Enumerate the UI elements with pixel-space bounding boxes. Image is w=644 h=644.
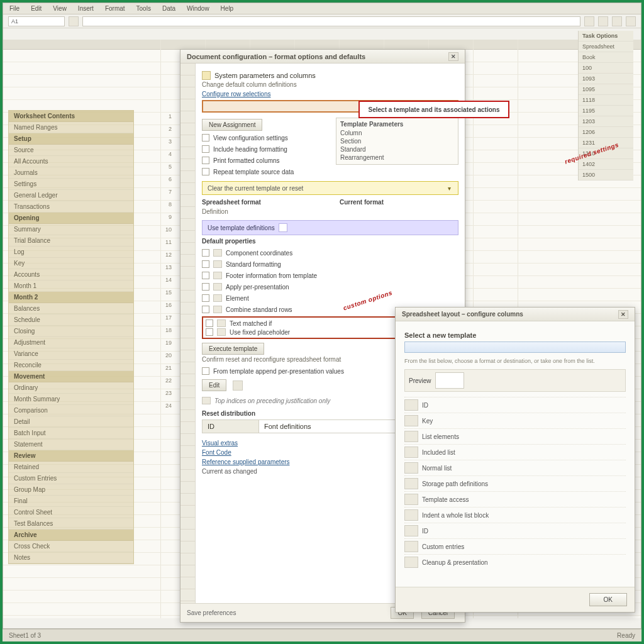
checkbox[interactable] [202, 294, 209, 302]
execute-button[interactable]: Execute template [202, 343, 264, 355]
dialog-nav-strip[interactable] [180, 64, 196, 603]
right-panel-item[interactable]: 1203 [579, 116, 633, 127]
left-panel-item[interactable]: Opening [9, 213, 133, 224]
left-panel-item[interactable]: Cross Check [9, 541, 133, 552]
left-panel-item[interactable]: General Ledger [9, 190, 133, 201]
left-panel-item[interactable]: Batch Input [9, 428, 133, 439]
left-panel-item[interactable]: Final [9, 496, 133, 507]
left-panel-item[interactable]: Setup [9, 133, 133, 145]
right-panel-item[interactable]: 1095 [579, 84, 633, 95]
checkbox[interactable] [202, 272, 209, 279]
name-box[interactable]: A1 [8, 16, 65, 26]
menu-file[interactable]: File [9, 3, 19, 14]
dropdown-icon[interactable] [279, 223, 287, 232]
checkbox[interactable] [206, 328, 213, 336]
right-panel-item[interactable]: Book [579, 52, 633, 63]
configure-link[interactable]: Configure row selections [202, 91, 458, 97]
list-item-label[interactable]: Custom entries [422, 543, 464, 550]
left-panel-item[interactable]: Schedule [9, 314, 133, 326]
menu-help[interactable]: Help [221, 3, 234, 14]
left-panel-item[interactable]: Month 1 [9, 280, 133, 292]
checkbox[interactable] [206, 319, 213, 327]
checkbox[interactable] [202, 367, 209, 375]
left-panel-item[interactable]: Comparison [9, 405, 133, 416]
formula-bar[interactable] [82, 16, 580, 26]
menu-data[interactable]: Data [162, 3, 175, 14]
left-panel-item[interactable]: Review [9, 450, 133, 462]
left-panel-item[interactable]: Control Sheet [9, 507, 133, 518]
left-panel-item[interactable]: Month Summary [9, 394, 133, 405]
checkbox[interactable] [202, 145, 209, 153]
right-panel-item[interactable]: 1195 [579, 106, 633, 116]
left-panel-item[interactable]: Reconcile [9, 360, 133, 371]
toolbar-icon[interactable] [612, 16, 622, 26]
right-panel-item[interactable]: 1206 [579, 127, 633, 138]
left-panel-item[interactable]: Test Balances [9, 518, 133, 530]
right-panel-item[interactable]: 1500 [579, 170, 633, 180]
right-panel-item[interactable]: 100 [579, 63, 633, 74]
list-item-label[interactable]: Included list [422, 449, 455, 456]
fx-icon[interactable] [69, 16, 79, 26]
toolbar-icon[interactable] [626, 16, 636, 26]
left-panel-item[interactable]: Movement [9, 371, 133, 382]
left-panel-item[interactable]: Month 2 [9, 292, 133, 303]
close-icon[interactable]: ✕ [618, 310, 628, 319]
template-select-field[interactable] [404, 341, 626, 353]
left-panel-item[interactable]: Detail [9, 416, 133, 428]
left-panel-item[interactable]: Transactions [9, 201, 133, 213]
new-assignment-button[interactable]: New Assignment [202, 119, 262, 131]
left-panel-item[interactable]: Key [9, 258, 133, 269]
checkbox[interactable] [202, 260, 209, 268]
menu-tools[interactable]: Tools [136, 3, 151, 14]
left-panel-item[interactable]: Variance [9, 348, 133, 360]
checkbox[interactable] [202, 283, 209, 291]
left-panel-item[interactable]: Adjustment [9, 337, 133, 348]
list-item-label[interactable]: List elements [422, 433, 459, 440]
list-item-label[interactable]: Indent a whole list block [422, 512, 489, 519]
left-panel-item[interactable]: Statement [9, 439, 133, 450]
chevron-down-icon[interactable]: ▾ [445, 184, 453, 192]
left-panel-item[interactable]: Accounts [9, 269, 133, 280]
left-panel-item[interactable]: Balances [9, 303, 133, 314]
list-item-label[interactable]: Template access [422, 496, 469, 503]
yellow-info-bar[interactable]: Clear the current template or reset ▾ [202, 181, 458, 195]
left-panel-item[interactable]: Notes [9, 552, 133, 564]
list-item-label[interactable]: Key [422, 418, 433, 425]
menu-format[interactable]: Format [105, 3, 125, 14]
left-panel-item[interactable]: Log [9, 247, 133, 258]
toolbar-icon[interactable] [598, 16, 608, 26]
list-item-label[interactable]: Storage path definitions [422, 480, 488, 487]
checkbox[interactable] [202, 249, 209, 257]
menubar[interactable]: File Edit View Insert Format Tools Data … [3, 3, 641, 14]
template-selector[interactable]: Use template definitions [202, 220, 458, 235]
left-panel-item[interactable]: Ordinary [9, 382, 133, 394]
toolbar-icon[interactable] [584, 16, 594, 26]
menu-edit[interactable]: Edit [31, 3, 42, 14]
checkbox[interactable] [202, 306, 209, 313]
list-item-label[interactable]: ID [422, 528, 428, 535]
list-item-label[interactable]: Normal list [422, 465, 452, 472]
left-panel-item[interactable]: Archive [9, 530, 133, 541]
left-panel-item[interactable]: All Accounts [9, 156, 133, 167]
left-panel-item[interactable]: Settings [9, 179, 133, 190]
checkbox[interactable] [202, 168, 209, 175]
left-panel-item[interactable]: Group Map [9, 484, 133, 496]
left-panel-item[interactable]: Summary [9, 224, 133, 235]
left-panel-item[interactable]: Retained [9, 462, 133, 473]
menu-insert[interactable]: Insert [78, 3, 94, 14]
left-panel-item[interactable]: Closing [9, 326, 133, 337]
list-item-label[interactable]: ID [422, 402, 428, 409]
list-item-label[interactable]: Cleanup & presentation [422, 559, 488, 566]
right-panel-item[interactable]: 1093 [579, 74, 633, 84]
left-panel-item[interactable]: Trial Balance [9, 235, 133, 247]
left-panel-item[interactable]: Source [9, 145, 133, 156]
right-panel-item[interactable]: 1118 [579, 95, 633, 106]
left-panel-item[interactable]: Journals [9, 167, 133, 179]
edit-icon[interactable] [233, 380, 243, 391]
right-panel-item[interactable]: 1402 [579, 159, 633, 170]
menu-window[interactable]: Window [187, 3, 209, 14]
checkbox[interactable] [202, 157, 209, 164]
menu-view[interactable]: View [53, 3, 67, 14]
ok-button[interactable]: OK [589, 593, 627, 606]
left-panel-item[interactable]: Custom Entries [9, 473, 133, 484]
